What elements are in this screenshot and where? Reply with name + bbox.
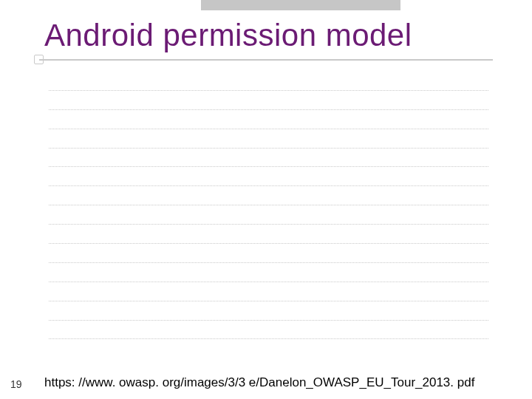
ruled-line: [49, 149, 488, 168]
ruled-line: [49, 321, 488, 340]
ruled-line: [49, 129, 488, 149]
ruled-line: [49, 225, 488, 244]
ruled-line: [49, 167, 488, 186]
top-note-block: [201, 0, 400, 10]
ruled-line: [49, 301, 488, 321]
ruled-line: [49, 72, 488, 91]
body-ruled-area: [49, 72, 488, 339]
ruled-line: [49, 263, 488, 282]
title-underline: [39, 59, 493, 61]
ruled-line: [49, 244, 488, 263]
ruled-line: [49, 110, 488, 129]
ruled-line: [49, 186, 488, 205]
ruled-line: [49, 91, 488, 110]
slide-title: Android permission model: [44, 18, 412, 53]
footer-url: https: //www. owasp. org/images/3/3 e/Da…: [44, 375, 474, 390]
page-number: 19: [10, 378, 22, 390]
ruled-line: [49, 282, 488, 301]
ruled-line: [49, 205, 488, 225]
